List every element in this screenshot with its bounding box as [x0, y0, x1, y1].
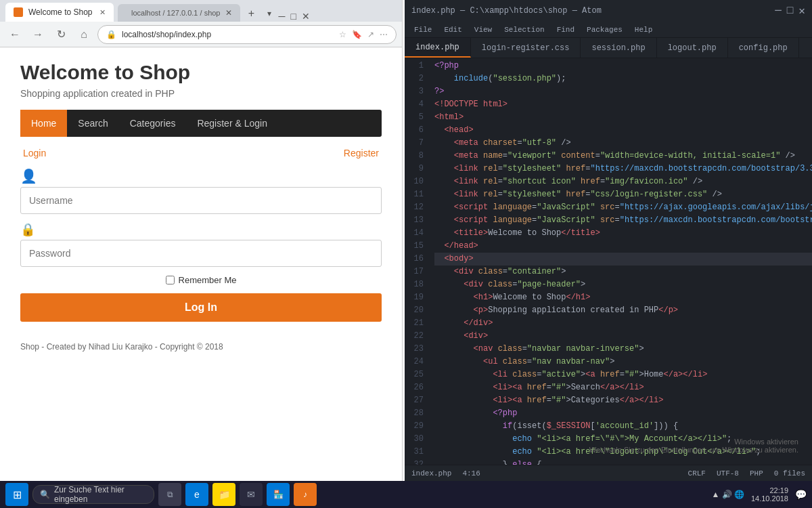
tab-menu-button[interactable]: ▾ [262, 5, 277, 22]
atom-code-editor: 12345 678910 1112131415 1617181920 21222… [405, 58, 812, 465]
code-line-2: include("session.php"); [434, 72, 812, 85]
menu-selection[interactable]: Selection [499, 24, 549, 35]
new-tab-button[interactable]: + [242, 5, 261, 22]
forward-button[interactable]: → [28, 25, 47, 44]
code-line-7: <meta charset="utf-8" /> [434, 137, 812, 150]
tab-index-php[interactable]: index.php [405, 38, 471, 58]
lock-icon: 🔒 [20, 223, 35, 236]
shop-header: Welcome to Shop Shopping application cre… [20, 61, 382, 99]
password-form-group [20, 240, 382, 267]
code-line-26: </div> [434, 317, 812, 330]
code-line-32: <li><a href="#">Categories</a></li> [434, 394, 812, 407]
login-link[interactable]: Login [23, 148, 46, 158]
user-icon-row: 👤 [20, 168, 382, 184]
atom-close[interactable]: ✕ [798, 4, 805, 18]
menu-find[interactable]: Find [551, 24, 580, 35]
tab-session-php[interactable]: session.php [581, 38, 656, 58]
atom-title-text: index.php — C:\xampp\htdocs\shop — Atom [411, 6, 602, 16]
browser-tab-inactive[interactable]: localhost / 127.0.0.1 / shop ✕ [118, 4, 240, 22]
code-line-19: <title>Welcome to Shop</title> [434, 227, 812, 240]
taskbar: ⊞ 🔍 Zur Suche Text hier eingeben ⧉ e 📁 ✉… [0, 481, 812, 508]
lock-icon-row: 🔒 [20, 222, 382, 237]
atom-statusbar: index.php 4:16 CRLF UTF-8 PHP 0 files [405, 465, 812, 481]
footer-text: Shop - Created by Nihad Liu Karajko - Co… [20, 342, 382, 352]
explorer-icon: 📁 [219, 489, 230, 500]
share-icon: ↗ [367, 30, 374, 39]
taskbar-app-music[interactable]: ♪ [294, 483, 317, 506]
refresh-button[interactable]: ↻ [51, 25, 70, 44]
start-button[interactable]: ⊞ [5, 483, 28, 506]
password-input[interactable] [20, 240, 382, 267]
code-line-29: <ul class="nav navbar-nav"> [434, 356, 812, 368]
nav-search[interactable]: Search [67, 110, 118, 137]
atom-menubar: File Edit View Selection Find Packages H… [405, 22, 812, 38]
code-line-31: <li><a href="#">Search</a></li> [434, 381, 812, 394]
back-button[interactable]: ← [5, 25, 24, 44]
minimize-button[interactable]: ─ [278, 11, 285, 22]
nav-home[interactable]: Home [20, 110, 67, 137]
notification-icon[interactable]: 💬 [795, 489, 807, 500]
taskbar-app-edge[interactable]: e [185, 483, 208, 506]
code-line-8: <meta name="viewport" content="width=dev… [434, 150, 812, 163]
tab-config-php[interactable]: config.php [728, 38, 799, 58]
code-line-10: <link rel="stylesheet" href="https://max… [434, 163, 812, 175]
remember-checkbox[interactable] [166, 276, 175, 284]
tab-close-button2[interactable]: ✕ [225, 8, 232, 18]
tab-logout-php[interactable]: logout.php [657, 38, 728, 58]
code-line-37: } else { [434, 459, 812, 465]
code-line-33: <?php [434, 407, 812, 420]
taskbar-app-explorer[interactable]: 📁 [212, 483, 235, 506]
edge-icon: e [194, 489, 200, 500]
menu-help[interactable]: Help [629, 24, 658, 35]
code-line-5: <html> [434, 111, 812, 124]
taskbar-search-icon: 🔍 [40, 490, 50, 499]
shop-title: Welcome to Shop [20, 61, 382, 84]
statusbar-lang: PHP [750, 469, 763, 478]
code-line-4: <!DOCTYPE html> [434, 98, 812, 111]
taskbar-app-store[interactable]: 🏪 [267, 483, 290, 506]
tab-close-button[interactable]: ✕ [99, 8, 106, 17]
code-area: <?php include("session.php"); ?> <!DOCTY… [429, 58, 812, 465]
address-bar[interactable]: 🔒 localhost/shop/index.php ☆ 🔖 ↗ ⋯ [97, 25, 397, 44]
username-input[interactable] [20, 187, 382, 214]
menu-dots[interactable]: ⋯ [380, 30, 388, 39]
star-button[interactable]: ☆ [339, 30, 346, 39]
code-line-22: <div class="container"> [434, 266, 812, 278]
nav-register-login[interactable]: Register & Login [186, 110, 278, 137]
taskbar-search[interactable]: 🔍 Zur Suche Text hier eingeben [32, 485, 154, 504]
tab-login-register-css[interactable]: login-register.css [471, 38, 581, 58]
taskbar-right: ▲ 🔊 🌐 22:19 14.10.2018 💬 [711, 486, 807, 503]
address-text: localhost/shop/index.php [122, 30, 211, 39]
code-line-34: if(isset($_SESSION['account_id'])) { [434, 420, 812, 433]
taskbar-search-text: Zur Suche Text hier eingeben [54, 485, 147, 504]
taskbar-app-mail[interactable]: ✉ [240, 483, 263, 506]
menu-packages[interactable]: Packages [581, 24, 628, 35]
menu-file[interactable]: File [409, 24, 437, 35]
login-button[interactable]: Log In [20, 293, 382, 322]
store-icon: 🏪 [273, 490, 284, 499]
nav-categories[interactable]: Categories [119, 110, 187, 137]
taskbar-tray-icons: ▲ 🔊 🌐 [711, 490, 744, 499]
atom-minimize[interactable]: ─ [775, 5, 782, 17]
home-button[interactable]: ⌂ [74, 25, 93, 44]
browser-tab-active[interactable]: Welcome to Shop ✕ [5, 3, 114, 22]
maximize-button[interactable]: □ [290, 11, 296, 22]
task-view-icon: ⧉ [167, 490, 173, 499]
menu-edit[interactable]: Edit [438, 24, 467, 35]
menu-view[interactable]: View [469, 24, 497, 35]
windows-icon: ⊞ [13, 488, 22, 501]
close-button[interactable]: ✕ [302, 11, 310, 22]
atom-editor: index.php — C:\xampp\htdocs\shop — Atom … [405, 0, 812, 481]
task-view-button[interactable]: ⧉ [158, 483, 181, 506]
code-line-6: <head> [434, 124, 812, 137]
code-line-17: <script language="JavaScript" src="https… [434, 214, 812, 227]
taskbar-date-text: 14.10.2018 [751, 494, 788, 503]
browser-window: Welcome to Shop ✕ localhost / 127.0.0.1 … [0, 0, 403, 481]
code-line-14: <link rel="stylesheet" href="css/login-r… [434, 188, 812, 201]
taskbar-datetime: 22:19 14.10.2018 [751, 486, 788, 503]
atom-maximize[interactable]: □ [787, 5, 794, 17]
remember-me-row: Remember Me [20, 275, 382, 285]
atom-titlebar: index.php — C:\xampp\htdocs\shop — Atom … [405, 0, 812, 22]
register-link[interactable]: Register [344, 148, 379, 158]
lock-icon: 🔒 [106, 30, 116, 39]
